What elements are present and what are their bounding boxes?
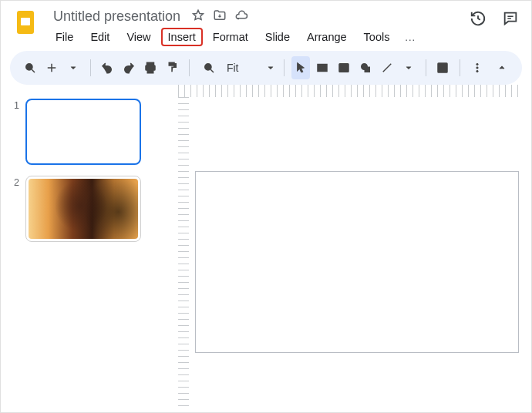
header: Untitled presentation File Edit View Ins…: [1, 1, 531, 51]
menu-tools[interactable]: Tools: [357, 28, 397, 46]
history-icon[interactable]: [470, 10, 487, 29]
zoom-dropdown[interactable]: [245, 56, 276, 79]
svg-point-6: [205, 64, 211, 70]
menu-arrange[interactable]: Arrange: [300, 28, 354, 46]
toolbar-separator: [426, 59, 426, 76]
svg-rect-5: [148, 69, 154, 73]
svg-point-9: [342, 65, 343, 67]
collapse-toolbar-button[interactable]: [493, 56, 511, 79]
doc-title[interactable]: Untitled presentation: [50, 7, 184, 26]
paint-format-button[interactable]: [163, 56, 181, 79]
slide-number: 2: [8, 176, 19, 242]
slides-logo-icon: [12, 8, 39, 36]
ruler-vertical[interactable]: [178, 97, 189, 411]
zoom-group: Fit: [197, 56, 276, 79]
toolbar-separator: [284, 59, 285, 76]
search-button[interactable]: [21, 56, 39, 79]
slide-canvas[interactable]: [195, 171, 519, 353]
menu-more[interactable]: …: [399, 28, 420, 46]
slide-number: 1: [8, 99, 19, 165]
app-logo[interactable]: [12, 8, 39, 36]
line-tool-button[interactable]: [378, 56, 396, 79]
slide-thumb-row: 2: [8, 176, 160, 242]
shape-tool-button[interactable]: [356, 56, 375, 79]
star-icon[interactable]: [191, 8, 205, 25]
new-slide-dropdown[interactable]: [64, 56, 82, 79]
menu-insert[interactable]: Insert: [161, 28, 203, 46]
toolbar-separator: [189, 59, 190, 76]
cloud-status-icon[interactable]: [234, 8, 248, 25]
title-row: Untitled presentation: [47, 7, 462, 26]
menu-slide[interactable]: Slide: [258, 28, 297, 46]
menu-view[interactable]: View: [120, 28, 157, 46]
filmstrip: 1 2: [1, 85, 166, 411]
slide-thumb-row: 1: [8, 99, 160, 165]
image-tool-button[interactable]: [335, 56, 353, 79]
workspace: 1 2: [1, 85, 531, 411]
add-comment-button[interactable]: [434, 56, 453, 79]
title-icons: [191, 8, 248, 25]
menubar: File Edit View Insert Format Slide Arran…: [47, 26, 462, 51]
title-block: Untitled presentation File Edit View Ins…: [47, 7, 462, 51]
toolbar-separator: [90, 59, 91, 76]
menu-file[interactable]: File: [49, 28, 80, 46]
print-button[interactable]: [141, 56, 160, 79]
menu-edit[interactable]: Edit: [83, 28, 116, 46]
textbox-tool-button[interactable]: [313, 56, 332, 79]
slide-thumb-1[interactable]: [25, 99, 141, 165]
svg-rect-11: [365, 67, 369, 72]
svg-point-13: [476, 63, 478, 65]
select-tool-button[interactable]: [291, 56, 310, 79]
zoom-label[interactable]: Fit: [224, 62, 242, 74]
move-folder-icon[interactable]: [213, 8, 227, 25]
zoom-tool-button[interactable]: [197, 56, 221, 79]
toolbar: Fit: [10, 51, 522, 85]
undo-button[interactable]: [99, 56, 117, 79]
menu-format[interactable]: Format: [206, 28, 255, 46]
svg-point-2: [26, 64, 32, 70]
line-tool-dropdown[interactable]: [399, 56, 418, 79]
more-tools-button[interactable]: [468, 56, 487, 79]
svg-point-15: [476, 70, 478, 72]
redo-button[interactable]: [120, 56, 138, 79]
comments-icon[interactable]: [502, 10, 519, 29]
new-slide-button[interactable]: [42, 56, 61, 79]
header-actions: [470, 7, 524, 29]
svg-rect-1: [21, 18, 30, 25]
svg-point-14: [476, 67, 478, 69]
toolbar-separator: [460, 59, 460, 76]
slide-thumb-image: [29, 179, 138, 239]
ruler-horizontal[interactable]: [178, 85, 520, 97]
slide-thumb-2[interactable]: [25, 176, 141, 242]
